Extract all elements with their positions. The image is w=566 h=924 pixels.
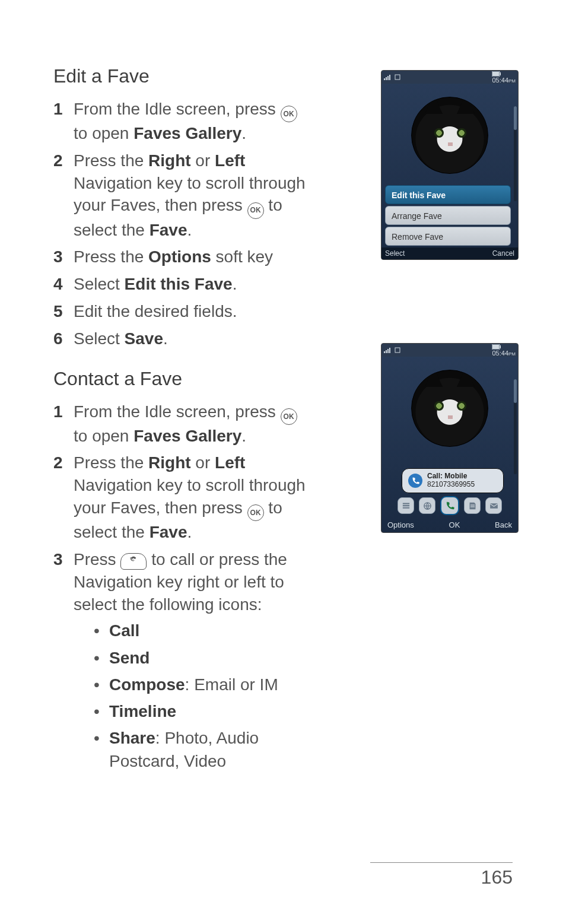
timeline-icon[interactable] [398,497,414,514]
softkey-cancel[interactable]: Cancel [492,247,514,259]
softkey-bar: Select Cancel [381,247,518,259]
text: soft key [211,247,273,266]
text: Press the [74,453,148,472]
step: Edit the desired fields. [53,300,314,323]
text: . [187,523,192,541]
contact-photo [411,370,488,447]
options-menu: Edit this Fave Arrange Fave Remove Fave [385,185,511,247]
text: From the Idle screen, press [74,100,281,118]
bullet: Share: Photo, Audio Postcard, Video [74,726,314,773]
svg-rect-7 [500,345,501,348]
text: Press the [74,247,148,266]
step: Press the Options soft key [53,246,314,268]
bullet: Timeline [74,700,314,723]
softkey-ok[interactable]: OK [449,518,460,532]
bold: Options [148,247,211,266]
signal-icon [384,74,392,80]
call-tooltip: Call: Mobile 821073369955 [402,468,504,493]
bullet: Compose: Email or IM [74,673,314,696]
softkey-options[interactable]: Options [387,518,414,532]
menu-item-edit-this-fave[interactable]: Edit this Fave [385,185,511,204]
text: or [191,151,215,170]
call-icon[interactable] [440,496,459,515]
status-ampm: PM [508,78,516,84]
text: : Email or IM [185,675,278,694]
ok-key-icon: OK [247,202,264,219]
text: Edit the desired fields. [74,302,237,320]
bullet: Send [74,646,314,669]
signal-icon [384,347,392,353]
text: . [187,221,192,239]
status-bar: 05:44PM [381,344,518,357]
bold: Edit this Fave [125,275,233,293]
text: . [163,329,168,348]
bold: Timeline [109,702,176,720]
svg-rect-3 [500,72,501,75]
card-icon [395,74,400,80]
bold: Fave [150,221,187,239]
contact-photo [411,97,488,174]
text: to open [74,427,133,445]
battery-icon [492,344,516,350]
bold: Fave [150,523,187,541]
svg-rect-9 [470,504,474,505]
softkey-bar: Options OK Back [381,518,518,532]
call-key-icon [120,553,147,570]
text: . [233,275,237,293]
share-icon[interactable] [419,497,435,514]
text: Select [74,329,125,348]
menu-item-arrange-fave[interactable]: Arrange Fave [385,206,511,225]
text: Press [74,550,120,569]
step: Select Save. [53,328,314,350]
steps-contact-fave: From the Idle screen, press OK to open F… [53,401,314,773]
phone-icon [408,474,422,488]
compose-icon[interactable] [485,497,502,514]
bold: Call [109,621,139,640]
call-label: Call: Mobile [427,472,467,480]
scrollbar[interactable] [514,379,517,474]
step: From the Idle screen, press OK to open F… [53,401,314,447]
text: . [241,124,246,142]
status-time: 05:44 [492,77,508,84]
bold: Compose [109,675,185,694]
step: Press the Right or Left Navigation key t… [53,150,314,241]
phone-screenshot-contact-fave: 05:44PM Call: Mobile 821073369955 Option… [381,343,519,533]
battery-icon [492,71,516,77]
menu-item-remove-fave[interactable]: Remove Fave [385,227,511,246]
text: to open [74,124,133,142]
text: From the Idle screen, press [74,402,281,421]
call-number: 821073369955 [427,480,475,488]
svg-rect-2 [492,72,499,76]
softkey-back[interactable]: Back [495,518,512,532]
text: Select [74,275,125,293]
bullet: Call [74,619,314,642]
bold: Save [125,329,163,348]
svg-rect-10 [470,506,474,507]
phone-screenshot-edit-fave: 05:44PM Edit this Fave Arrange Fave Remo… [381,70,519,260]
svg-rect-6 [492,345,499,349]
bold: Right [148,151,191,170]
send-icon[interactable] [464,497,481,514]
bold: Right [148,453,191,472]
scrollbar[interactable] [514,106,517,201]
page-number: 165 [370,866,513,888]
status-time: 05:44 [492,350,508,357]
action-icon-row [381,496,518,516]
bold: Left [215,151,245,170]
heading-contact-fave: Contact a Fave [53,368,314,390]
bold: Share [109,729,155,747]
bold: Faves Gallery [133,124,241,142]
page-footer: 165 [370,862,513,888]
status-bar: 05:44PM [381,71,518,84]
card-icon [395,347,400,353]
svg-rect-0 [395,75,400,80]
bold: Send [109,649,150,667]
text: or [191,453,215,472]
bold: Faves Gallery [133,427,241,445]
ok-key-icon: OK [247,504,264,521]
bold: Left [215,453,245,472]
step: Press the Right or Left Navigation key t… [53,452,314,543]
steps-edit-fave: From the Idle screen, press OK to open F… [53,98,314,350]
text: . [241,427,246,445]
softkey-select[interactable]: Select [385,247,405,259]
